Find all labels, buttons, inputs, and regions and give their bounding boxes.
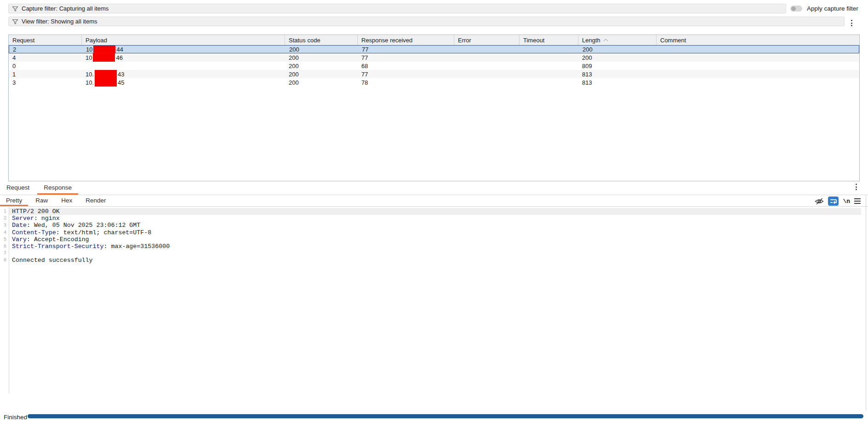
line-content: Vary: Accept-Encoding <box>12 236 89 243</box>
cell-response-received: 78 <box>358 78 454 87</box>
intruder-results-window: Capture filter: Capturing all items Appl… <box>0 0 868 422</box>
editor-line: 7 <box>0 250 866 257</box>
payload-suffix: 45 <box>118 79 124 86</box>
editor-line: 2Server: nginx <box>0 215 866 222</box>
subtab-pretty[interactable]: Pretty <box>0 196 28 206</box>
column-header-length[interactable]: Length <box>578 35 657 45</box>
table-header-row: RequestPayloadStatus codeResponse receiv… <box>9 35 859 45</box>
cell-error <box>455 46 520 53</box>
editor-tools: \n <box>815 196 861 207</box>
http-header-name: Strict-Transport-Security <box>12 243 104 250</box>
eye-off-icon[interactable] <box>815 197 824 205</box>
column-header-payload[interactable]: Payload <box>82 35 285 45</box>
payload-prefix: 10 <box>86 46 92 53</box>
payload-redaction-box <box>93 53 115 62</box>
line-content: HTTP/2 200 OK <box>12 208 60 215</box>
column-header-label: Error <box>458 37 471 44</box>
cell-length: 809 <box>578 62 657 70</box>
table-row[interactable]: 2104420077200 <box>9 45 859 53</box>
http-header-name: Date <box>12 222 27 229</box>
tab-request[interactable]: Request <box>0 182 36 195</box>
cell-comment <box>657 78 859 87</box>
cell-status-code: 200 <box>286 46 358 53</box>
cell-length: 200 <box>578 53 657 62</box>
cell-timeout <box>520 78 578 87</box>
editor-line: 4Content-Type: text/html; charset=UTF-8 <box>0 229 866 236</box>
view-filter-label: View filter: Showing all items <box>22 18 97 25</box>
column-header-timeout[interactable]: Timeout <box>520 35 578 45</box>
kebab-menu-icon[interactable] <box>851 20 852 26</box>
cell-timeout <box>520 46 579 53</box>
kebab-menu-icon[interactable] <box>856 184 857 190</box>
attack-results-table: RequestPayloadStatus codeResponse receiv… <box>8 35 860 181</box>
editor-lines: 1HTTP/2 200 OK2Server: nginx3Date: Wed, … <box>0 208 866 264</box>
column-header-label: Status code <box>289 37 320 44</box>
plain-text: : nginx <box>34 215 60 222</box>
table-row[interactable]: 020068809 <box>9 62 859 70</box>
editor-line: 8Connected successfully <box>0 257 866 264</box>
subtab-hex[interactable]: Hex <box>55 196 78 206</box>
cell-request: 0 <box>9 62 82 70</box>
cell-timeout <box>520 70 578 78</box>
payload-prefix: 10. <box>86 71 94 78</box>
subtab-raw[interactable]: Raw <box>29 196 54 206</box>
table-row[interactable]: 310.4520078813 <box>9 78 859 87</box>
show-newlines-toggle[interactable]: \n <box>843 198 850 205</box>
line-number: 7 <box>0 250 6 257</box>
table-row[interactable]: 110.4320077813 <box>9 70 859 78</box>
column-header-label: Timeout <box>523 37 544 44</box>
cell-comment <box>657 62 859 70</box>
column-header-response-received[interactable]: Response received <box>358 35 454 45</box>
capture-filter-bar[interactable]: Capture filter: Capturing all items <box>8 4 786 13</box>
line-number: 1 <box>0 208 6 215</box>
payload-suffix: 44 <box>116 46 123 53</box>
column-header-status-code[interactable]: Status code <box>285 35 358 45</box>
payload-redaction-box <box>95 70 117 78</box>
cell-request: 4 <box>9 53 82 62</box>
payload-suffix: 43 <box>118 71 124 78</box>
apply-capture-filter-toggle[interactable] <box>790 6 802 12</box>
line-content: Connected successfully <box>12 257 93 264</box>
cell-length: 813 <box>578 70 657 78</box>
attack-status-label: Finished <box>4 414 27 421</box>
column-header-comment[interactable]: Comment <box>657 35 859 45</box>
editor-right-border <box>866 196 866 410</box>
hamburger-menu-icon[interactable] <box>854 198 861 204</box>
cell-comment <box>657 53 859 62</box>
cell-length: 200 <box>579 46 657 53</box>
table-row[interactable]: 4104620077200 <box>9 53 859 62</box>
line-number: 2 <box>0 215 6 222</box>
line-content: Date: Wed, 05 Nov 2025 23:06:12 GMT <box>12 222 140 229</box>
line-number: 3 <box>0 222 6 229</box>
column-header-request[interactable]: Request <box>9 35 82 45</box>
cell-status-code: 200 <box>285 70 358 78</box>
cell-request: 3 <box>9 78 82 87</box>
column-header-label: Response received <box>361 37 412 44</box>
table-body: 21044200772004104620077200020068809110.4… <box>9 45 859 87</box>
line-number: 8 <box>0 257 6 264</box>
funnel-icon <box>12 6 18 12</box>
editor-line: 6Strict-Transport-Security: max-age=3153… <box>0 243 866 250</box>
cell-error <box>454 53 520 62</box>
word-wrap-toggle-button[interactable] <box>828 197 839 206</box>
message-view-tabs-row: PrettyRawHexRender <box>0 196 868 207</box>
cell-request: 1 <box>9 70 82 78</box>
cell-request: 2 <box>9 46 82 53</box>
http-header-name: Server <box>12 215 34 222</box>
progress-bar <box>28 414 863 418</box>
plain-text: : text/html; charset=UTF-8 <box>56 229 151 236</box>
word-wrap-icon <box>829 198 837 204</box>
view-filter-bar[interactable]: View filter: Showing all items <box>8 17 845 26</box>
cell-status-code: 200 <box>285 53 358 62</box>
cell-length: 813 <box>578 78 657 87</box>
subtab-render[interactable]: Render <box>80 196 112 206</box>
payload-redaction-box <box>95 78 117 87</box>
response-editor[interactable]: 1HTTP/2 200 OK2Server: nginx3Date: Wed, … <box>0 207 866 393</box>
sort-ascending-icon <box>603 39 608 41</box>
plain-text: Connected successfully <box>12 257 93 264</box>
plain-text: : max-age=31536000 <box>104 243 170 250</box>
tab-response[interactable]: Response <box>37 182 78 195</box>
column-header-label: Payload <box>86 37 107 44</box>
line-content: Server: nginx <box>12 215 60 222</box>
column-header-error[interactable]: Error <box>454 35 520 45</box>
